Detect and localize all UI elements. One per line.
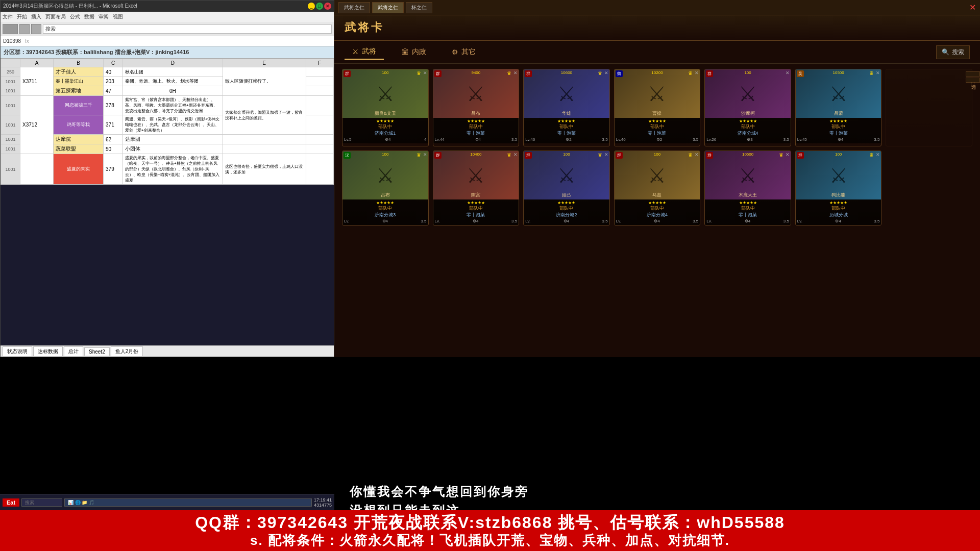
card-name-label: 陈宫 [471,192,480,198]
character-card-c7[interactable] [886,69,972,146]
character-card-c6[interactable]: 吴 10500 ♛ ✕ ⚔ 吕蒙 ★★★★★ 部队中 零丨泡菜 Lv.45 ⚙4… [795,69,882,146]
character-card-c13[interactable]: 群 100 ♛ ✕ ⚔ 狗比能 ★★★★★ 部队中 历城分城 Lv. ⚙4 3.… [795,151,882,226]
card-power-text: 3.5 [783,219,789,223]
banner-text-2: s. 配将条件：火箭永久配将！飞机插队开荒、宝物、兵种、加点、对抗细节. [0,533,980,548]
card-gear-text: ⚙4 [835,219,841,223]
menu-home[interactable]: 开始 [17,13,27,20]
row-num-3: 1001 [1,86,20,96]
game-close-button[interactable]: ✕ [969,3,976,12]
tab-status[interactable]: 状态说明 [3,346,32,356]
character-card-c8[interactable]: 汉 100 ♛ ✕ ⚔ 吕布 ★★★★★ 部队中 济南分城3 Lv. ⚙4 3.… [342,151,429,226]
card-power-text: 3.5 [783,137,789,142]
cell-group-x3711: X3711 [20,67,54,96]
app-icon-music[interactable]: 🎵 [89,500,94,505]
character-card-c5[interactable]: 群 100 ✕ ⚔ 沙摩柯 ★★★★★ 部队中 济南分城4 Lv.26 ⚙3 3… [704,69,791,146]
cell-reference: D10398 [3,38,21,44]
card-status: 部队中 [344,123,427,130]
card-stars: ★★★★★ [344,201,427,205]
card-info-area: ★★★★★ 部队中 零丨泡菜 Lv. ⚙4 3.5 [433,199,519,225]
card-badge: 群 [616,152,623,159]
nav-btn-neizheng[interactable]: 🏛 内政 [394,45,434,59]
card-power-text: 3.5 [874,137,879,142]
card-status: 部队中 [616,123,699,130]
character-card-c2[interactable]: 群 9400 ♛ ✕ ⚔ 吕布 ★★★★★ 部队中 零丨泡菜 Lv.44 ⚙4 … [433,69,520,146]
card-gear-text: ⚙2 [566,137,571,142]
crown-icon: ♛ [779,152,783,158]
card-power-text: 3.5 [511,137,517,142]
card-figure-icon: ⚔ [467,82,485,106]
app-icon-excel[interactable]: 📊 [68,500,74,505]
col-header-b: B [54,59,104,67]
card-number: 10600 [561,70,572,75]
card-info-area: ★★★★★ 部队中 零丨泡菜 Lv.44 ⚙4 3.5 [433,118,519,143]
card-info-area: ★★★★★ 部队中 济南分城4 Lv.26 ⚙3 3.5 [705,118,791,143]
search-box[interactable]: 搜索 [43,24,332,34]
menu-layout[interactable]: 页面布局 [45,13,66,20]
filter-button[interactable]: 筛 [966,71,980,77]
row-num-2: 1001 [1,77,20,86]
select-button[interactable]: 选 [966,78,980,83]
close-button[interactable]: ✕ [324,3,331,10]
tab-total[interactable]: 总计 [64,346,83,356]
card-x-icon: ✕ [513,152,518,157]
card-gear-text: ⚙3 [747,137,752,142]
card-x-icon: ✕ [695,70,699,76]
cell-info-damo: 达摩团 [123,135,223,144]
card-x-icon: ✕ [876,70,880,76]
card-status: 部队中 [706,123,789,130]
cell-g6 [306,135,333,144]
game-header: 武将卡 [334,15,980,41]
card-status: 部队中 [525,205,608,212]
menu-data[interactable]: 数据 [84,13,94,20]
menu-review[interactable]: 审阅 [99,13,109,20]
maximize-button[interactable]: □ [316,3,323,10]
card-name-label: 姐己 [562,192,571,198]
card-artwork: ⚔ 马超 [615,151,700,199]
card-figure-icon: ⚔ [739,82,757,106]
tab-yurenr[interactable]: 鱼人2月份 [111,346,143,356]
cell-desc-shengxia: 这区也很奇怪，盛夏实力很强，土鸡人口没满，还多加 [223,154,306,185]
card-name-label: 吕布 [381,192,390,198]
app-icon-browser[interactable]: 🌐 [75,500,81,505]
windows-taskbar: Eat 📊 🌐 📁 🎵 17:19:41 4314775 [0,494,334,510]
card-name-label: 狗比能 [831,192,845,198]
excel-toolbar: 搜索 [1,22,334,36]
menu-file[interactable]: 文件 [3,13,13,20]
card-stars: ★★★★★ [344,119,427,123]
app-icon-folder[interactable]: 📁 [82,500,87,505]
cell-info-shucai: 小团体 [123,144,223,154]
character-card-c10[interactable]: 群 100 ♛ ✕ ⚔ 姐己 ★★★★★ 部队中 济南分城2 Lv. ⚙4 3.… [523,151,610,226]
character-card-c12[interactable]: 群 10600 ♛ ✕ ⚔ 木鹿大王 ★★★★★ 部队中 零丨泡菜 Lv. ⚙4… [704,151,791,226]
menu-insert[interactable]: 插入 [31,13,41,20]
nav-btn-qita[interactable]: ⚙ 其它 [444,45,483,59]
character-card-c9[interactable]: 群 10400 ♛ ✕ ⚔ 陈宫 ★★★★★ 部队中 零丨泡菜 Lv. ⚙4 3… [433,151,520,226]
character-card-c3[interactable]: 群 10600 ♛ ✕ ⚔ 华雄 ★★★★★ 部队中 零丨泡菜 Lv.46 ⚙2… [523,69,610,146]
nav-btn-wujiang[interactable]: ⚔ 武将 [345,44,384,60]
game-tab-2[interactable]: 武将之仁 [372,2,404,13]
minimize-button[interactable]: _ [308,3,315,10]
menu-view[interactable]: 视图 [113,13,123,20]
crown-icon: ♛ [598,70,602,76]
card-name-label: 华雄 [562,110,571,117]
tab-sheet2[interactable]: Sheet2 [84,347,110,356]
card-number: 10500 [833,70,844,75]
search-area[interactable]: 🔍 搜索 [936,45,970,59]
character-card-c4[interactable]: 魏 10200 ♛ ✕ ⚔ 曹操 ★★★★★ 部队中 零丨泡菜 Lv.46 ⚙2… [614,69,701,146]
card-x-icon: ✕ [786,70,790,76]
card-x-icon: ✕ [513,70,518,76]
card-level-text: Lv. [706,219,712,223]
start-button[interactable]: Eat [3,498,19,507]
col-header-c: C [104,59,123,67]
character-card-c11[interactable]: 群 100 ♛ ✕ ⚔ 马超 ★★★★★ 部队中 济南分城4 Lv. ⚙4 3.… [614,151,701,226]
card-location: 济南分城2 [525,212,608,218]
game-tab-1[interactable]: 武将之仁 [338,2,370,13]
game-tab-3[interactable]: 杯之仁 [406,2,432,13]
crown-icon: ♛ [507,152,511,158]
tab-target[interactable]: 达标数据 [33,346,63,356]
menu-formula[interactable]: 公式 [70,13,80,20]
card-number: 100 [382,152,388,157]
character-card-c1[interactable]: 群 100 ♛ ✕ ⚔ 颜良&文丑 ★★★★★ 部队中 济南分城1 Lv.5 ⚙… [342,69,429,146]
taskbar-search-input[interactable] [21,498,62,507]
card-stats: Lv. ⚙4 3.5 [344,218,427,224]
card-location: 济南分城3 [344,212,427,218]
